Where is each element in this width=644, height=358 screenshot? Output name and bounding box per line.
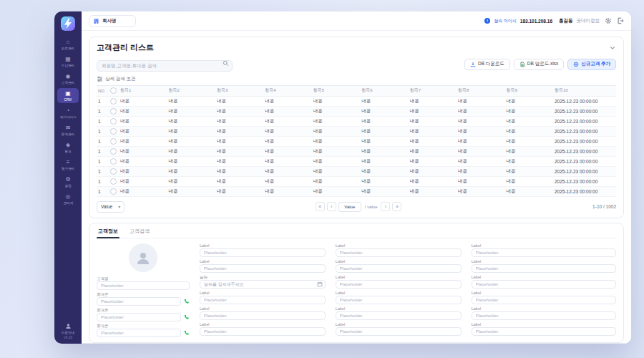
table-row[interactable]: 1 내용 내용 내용 내용 내용 내용 내용 내용 내용 xyxy=(97,147,616,157)
column-header[interactable]: 항목2 xyxy=(166,87,214,94)
next-page-button[interactable]: › xyxy=(381,202,390,211)
form-input[interactable] xyxy=(336,248,462,257)
sidebar-item-label: 청구관리 xyxy=(62,166,74,170)
row-checkbox[interactable] xyxy=(110,168,117,175)
sidebar-item[interactable]: ⚙ 설정 xyxy=(57,174,79,189)
page-input-value: Value xyxy=(344,205,355,209)
form-input[interactable] xyxy=(472,311,616,320)
last-page-button[interactable]: » xyxy=(392,202,401,211)
first-page-button[interactable]: « xyxy=(316,202,325,211)
sidebar-item[interactable]: ◉ 고객관리 xyxy=(57,71,79,86)
detail-tab[interactable]: 고객정보 xyxy=(97,228,119,235)
table-row[interactable]: 1 내용 내용 내용 내용 내용 내용 내용 내용 내용 xyxy=(97,187,616,197)
detail-tab[interactable]: 고객검색 xyxy=(128,228,151,235)
column-header[interactable]: 항목1 xyxy=(118,87,166,94)
sidebar-item[interactable]: ◈ 통계 xyxy=(57,140,79,155)
sidebar-item[interactable]: ⌂ 진료관리 xyxy=(57,37,79,52)
row-number: 1 xyxy=(97,99,108,104)
phone-call-icon[interactable] xyxy=(184,314,190,320)
table-row[interactable]: 1 내용 내용 내용 내용 내용 내용 내용 내용 내용 xyxy=(97,167,616,177)
sidebar-item[interactable]: ✉ 문자관리 xyxy=(57,122,79,137)
list-toolbar: DB 다운로드 DB 업로드.xlsx 신규고객 추 xyxy=(97,57,616,72)
db-upload-button[interactable]: DB 업로드.xlsx xyxy=(514,59,564,70)
table-row[interactable]: 1 내용 내용 내용 내용 내용 내용 내용 내용 내용 xyxy=(97,157,616,167)
form-input[interactable] xyxy=(472,296,616,304)
row-checkbox[interactable] xyxy=(110,128,117,135)
form-input[interactable] xyxy=(336,327,462,336)
db-download-button[interactable]: DB 다운로드 xyxy=(464,59,510,70)
row-checkbox[interactable] xyxy=(110,138,117,145)
row-checkbox[interactable] xyxy=(110,108,117,115)
sidebar-item[interactable]: ◔ 예약서비스 xyxy=(57,105,79,120)
form-input[interactable] xyxy=(200,264,326,273)
date-input[interactable] xyxy=(200,280,326,289)
table-row[interactable]: 1 내용 내용 내용 내용 내용 내용 내용 내용 내용 xyxy=(97,127,616,137)
form-input[interactable] xyxy=(200,327,326,336)
column-header[interactable]: 항목6 xyxy=(359,87,407,94)
sidebar-bottom-label[interactable]: 이용안내 xyxy=(62,330,74,334)
sidebar-item[interactable]: ≡ 청구관리 xyxy=(57,157,79,172)
form-input[interactable] xyxy=(336,311,462,320)
prev-page-button[interactable]: ‹ xyxy=(327,202,336,211)
form-input[interactable] xyxy=(336,296,462,304)
table-row[interactable]: 1 내용 내용 내용 내용 내용 내용 내용 내용 내용 xyxy=(97,117,616,127)
form-input[interactable] xyxy=(200,248,326,257)
column-header[interactable]: 항목5 xyxy=(311,87,359,94)
row-checkbox[interactable] xyxy=(110,98,117,105)
form-input[interactable] xyxy=(472,327,616,336)
advanced-filter-toggle[interactable]: 상세 검색 조건 xyxy=(97,76,616,82)
settings-gear-icon[interactable] xyxy=(605,17,612,24)
form-input[interactable] xyxy=(200,296,326,304)
search-icon[interactable] xyxy=(223,60,229,67)
row-checkbox[interactable] xyxy=(110,148,117,155)
workspace-tab[interactable]: 회사명 xyxy=(89,15,136,27)
phone-call-icon[interactable] xyxy=(184,299,190,304)
page-input[interactable]: Value xyxy=(338,202,361,212)
collapse-chevron-icon[interactable] xyxy=(609,44,616,52)
user-icon[interactable] xyxy=(65,323,72,329)
form-input[interactable] xyxy=(472,280,616,289)
column-header[interactable]: 항목9 xyxy=(504,87,552,94)
column-header[interactable]: 항목10 xyxy=(552,87,616,94)
calendar-icon[interactable] xyxy=(317,281,323,287)
row-checkbox[interactable] xyxy=(110,118,117,125)
search-input[interactable] xyxy=(97,60,233,72)
phone-input[interactable] xyxy=(97,329,181,337)
sidebar-item[interactable]: ▣ CRM xyxy=(57,88,79,103)
row-cell: 내용 xyxy=(263,158,311,165)
column-header[interactable]: 항목8 xyxy=(456,87,504,94)
form-input[interactable] xyxy=(472,264,616,273)
phone-input[interactable] xyxy=(97,313,181,321)
form-input[interactable] xyxy=(472,248,616,257)
column-header[interactable]: 항목7 xyxy=(408,87,456,94)
phone-input[interactable] xyxy=(97,297,181,306)
user-name[interactable]: 홍길동 xyxy=(559,18,573,24)
sidebar-item[interactable]: ◎ 관리자 xyxy=(57,191,79,206)
row-checkbox[interactable] xyxy=(110,158,117,165)
table-row[interactable]: 1 내용 내용 내용 내용 내용 내용 내용 내용 내용 xyxy=(97,137,616,147)
form-input[interactable] xyxy=(200,311,326,320)
table-row[interactable]: 1 내용 내용 내용 내용 내용 내용 내용 내용 내용 xyxy=(97,97,616,107)
row-checkbox[interactable] xyxy=(110,178,117,185)
row-cell: 내용 xyxy=(504,188,552,195)
column-header[interactable]: 항목3 xyxy=(215,87,263,94)
column-header[interactable]: 항목4 xyxy=(263,87,311,94)
row-cell: 내용 xyxy=(359,128,407,135)
sidebar-item[interactable]: ▦ 수납관리 xyxy=(57,54,79,69)
app-logo[interactable] xyxy=(61,16,75,31)
db-download-label: DB 다운로드 xyxy=(478,61,504,67)
phone-call-icon[interactable] xyxy=(184,330,190,336)
select-all-checkbox[interactable] xyxy=(110,87,117,94)
row-checkbox[interactable] xyxy=(110,188,117,195)
form-input[interactable] xyxy=(336,264,462,273)
row-cell: 내용 xyxy=(408,118,456,125)
add-customer-button[interactable]: 신규고객 추가 xyxy=(567,59,616,70)
table-row[interactable]: 1 내용 내용 내용 내용 내용 내용 내용 내용 내용 xyxy=(97,107,616,117)
sidebar-item-icon: ◎ xyxy=(66,193,71,200)
form-input[interactable] xyxy=(336,280,462,289)
page-size-select[interactable]: Value ▾ xyxy=(97,201,125,213)
table-row[interactable]: 1 내용 내용 내용 내용 내용 내용 내용 내용 내용 xyxy=(97,177,616,187)
row-date-cell: 2025-12-23 00:00:00 xyxy=(552,109,616,114)
customer-name-input[interactable] xyxy=(97,281,190,290)
logout-icon[interactable] xyxy=(617,17,624,24)
